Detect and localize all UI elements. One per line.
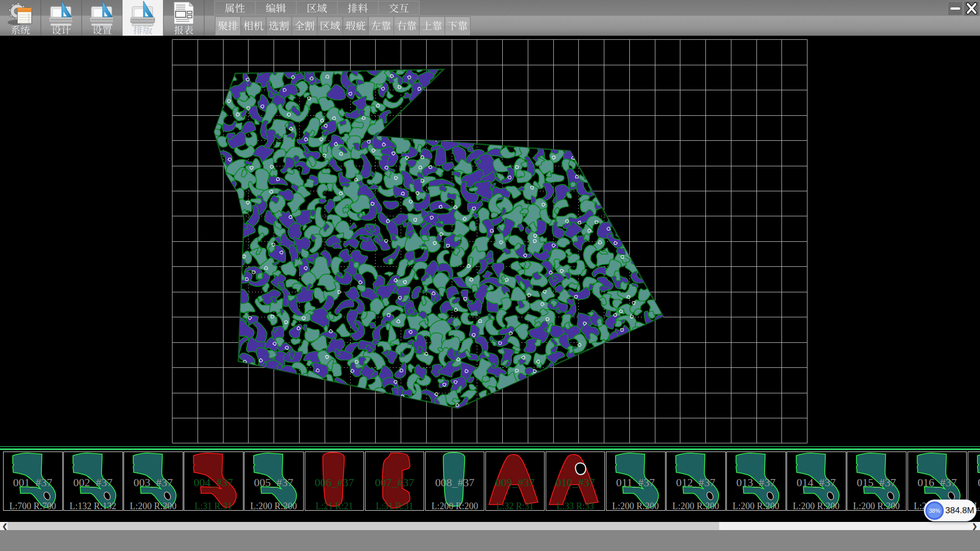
svg-text:014_#37: 014_#37 <box>797 476 836 489</box>
svg-text:005_#37: 005_#37 <box>254 476 293 489</box>
svg-text:L:200 R:200: L:200 R:200 <box>793 501 840 511</box>
svg-text:L:32 R:31: L:32 R:31 <box>496 501 534 511</box>
svg-text:L:700 R:700: L:700 R:700 <box>9 501 56 511</box>
svg-text:L:200 R:200: L:200 R:200 <box>672 501 719 511</box>
svg-text:L:33 R:33: L:33 R:33 <box>556 501 594 511</box>
svg-text:013_#37: 013_#37 <box>737 476 776 489</box>
svg-text:L:200 R:200: L:200 R:200 <box>130 501 177 511</box>
svg-text:009_#37: 009_#37 <box>495 476 534 489</box>
svg-text:L:200 R:200: L:200 R:200 <box>612 501 659 511</box>
svg-text:L:31 R:31: L:31 R:31 <box>195 501 233 511</box>
svg-text:001_#37: 001_#37 <box>13 476 53 489</box>
svg-text:002_#37: 002_#37 <box>74 476 113 489</box>
svg-text:006_#37: 006_#37 <box>314 476 354 489</box>
svg-text:012_#37: 012_#37 <box>676 476 716 489</box>
svg-text:007_#37: 007_#37 <box>375 476 414 489</box>
svg-text:L:31 R:31: L:31 R:31 <box>376 501 413 511</box>
svg-text:008_#37: 008_#37 <box>435 476 474 489</box>
svg-text:L:21 R:21: L:21 R:21 <box>315 501 353 511</box>
svg-text:L:132 R:132: L:132 R:132 <box>69 501 116 511</box>
svg-text:003_#37: 003_#37 <box>134 476 173 489</box>
svg-text:011_#37: 011_#37 <box>616 476 655 489</box>
svg-text:L:200 R:200: L:200 R:200 <box>431 501 478 511</box>
svg-text:017_#37: 017_#37 <box>977 476 980 489</box>
svg-text:L:200 R:200: L:200 R:200 <box>732 501 779 511</box>
svg-text:004_#37: 004_#37 <box>194 476 233 489</box>
svg-text:016_#37: 016_#37 <box>917 476 957 489</box>
svg-text:L:200 R:200: L:200 R:200 <box>853 501 900 511</box>
svg-text:010_#37: 010_#37 <box>555 476 595 489</box>
svg-text:L:200 R:200: L:200 R:200 <box>251 501 298 511</box>
svg-text:015_#37: 015_#37 <box>857 476 896 489</box>
